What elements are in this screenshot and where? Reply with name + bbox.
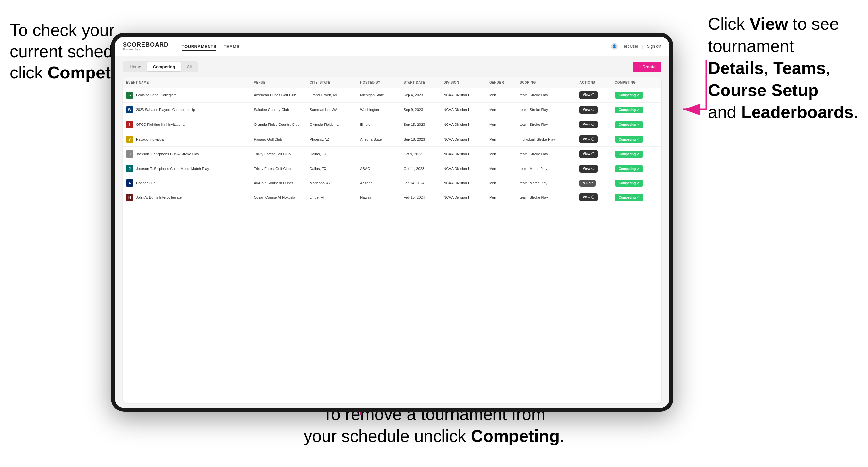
filter-tab-competing[interactable]: Competing	[147, 62, 181, 71]
scoring-cell: team, Stroke Play	[516, 147, 576, 161]
team-logo: J	[126, 150, 133, 157]
team-logo: I	[126, 121, 133, 128]
scoring-cell: team, Match Play	[516, 176, 576, 190]
city-state-cell: Sammamish, WA	[307, 103, 357, 117]
gender-cell: Men	[486, 190, 516, 205]
start-date-cell: Oct 9, 2023	[400, 147, 440, 161]
nav-tournaments[interactable]: TOURNAMENTS	[182, 43, 216, 51]
filter-tab-home[interactable]: Home	[124, 62, 147, 71]
actions-cell: View ⓘ	[576, 161, 612, 176]
table-row: J Jackson T. Stephens Cup – Men's Match …	[123, 161, 661, 176]
view-button[interactable]: View ⓘ	[580, 135, 597, 143]
competing-button[interactable]: Competing ✓	[615, 151, 643, 157]
annotation-tr-bold1: View	[750, 14, 788, 33]
create-button[interactable]: + Create	[633, 62, 661, 72]
division-cell: NCAA Division I	[440, 176, 486, 190]
division-cell: NCAA Division I	[440, 161, 486, 176]
venue-cell: Olympia Fields Country Club	[250, 117, 306, 132]
event-name-cell: A Copper Cup	[123, 176, 250, 190]
competing-button[interactable]: Competing ✓	[615, 180, 643, 187]
hosted-by-cell: ABAC	[357, 161, 400, 176]
col-competing: Competing	[612, 77, 661, 88]
competing-button[interactable]: Competing ✓	[615, 165, 643, 172]
actions-cell: ✎ Edit	[576, 176, 612, 190]
app-logo: SCOREBOARD Powered by clipp	[123, 42, 168, 51]
scoring-cell: team, Stroke Play	[516, 190, 576, 205]
table-row: J Jackson T. Stephens Cup – Stroke Play …	[123, 147, 661, 161]
competing-cell: Competing ✓	[612, 117, 661, 132]
annotation-bottom-punct: .	[559, 427, 564, 445]
team-logo: A	[126, 179, 133, 187]
annotation-top-right: Click View to see tournament Details, Te…	[708, 13, 858, 124]
col-hosted-by: Hosted By	[357, 77, 400, 88]
tablet-screen: SCOREBOARD Powered by clipp TOURNAMENTS …	[115, 37, 669, 408]
start-date-cell: Sep 9, 2023	[400, 103, 440, 117]
scoring-cell: team, Stroke Play	[516, 88, 576, 103]
start-date-cell: Jan 14, 2024	[400, 176, 440, 190]
annotation-tr-comma2: ,	[826, 59, 830, 77]
tablet-device: SCOREBOARD Powered by clipp TOURNAMENTS …	[111, 33, 673, 412]
venue-cell: Papago Golf Club	[250, 132, 306, 147]
col-venue: Venue	[250, 77, 306, 88]
competing-cell: Competing ✓	[612, 147, 661, 161]
scoring-cell: individual, Stroke Play	[516, 132, 576, 147]
annotation-line3: click	[10, 63, 48, 82]
venue-cell: Trinity Forest Golf Club	[250, 161, 306, 176]
competing-cell: Competing ✓	[612, 190, 661, 205]
col-scoring: Scoring	[516, 77, 576, 88]
col-actions: Actions	[576, 77, 612, 88]
filter-tab-all[interactable]: All	[181, 62, 197, 71]
sign-out-link[interactable]: Sign out	[647, 44, 661, 49]
logo-subtitle: Powered by clipp	[123, 48, 168, 51]
gender-cell: Men	[486, 88, 516, 103]
competing-button[interactable]: Competing ✓	[615, 136, 643, 143]
division-cell: NCAA Division I	[440, 103, 486, 117]
table-row: Y Papago Individual Papago Golf ClubPhoe…	[123, 132, 661, 147]
table-header-row: Event Name Venue City, State Hosted By S…	[123, 77, 661, 88]
view-button[interactable]: View ⓘ	[580, 193, 597, 201]
competing-button[interactable]: Competing ✓	[615, 194, 643, 201]
main-nav: TOURNAMENTS TEAMS	[182, 43, 240, 49]
hosted-by-cell	[357, 147, 400, 161]
city-state-cell: Maricopa, AZ	[307, 176, 357, 190]
nav-teams[interactable]: TEAMS	[224, 43, 240, 50]
view-button[interactable]: View ⓘ	[580, 121, 597, 128]
col-division: Division	[440, 77, 486, 88]
team-logo: S	[126, 92, 133, 99]
annotation-tr-3: tournament	[708, 37, 794, 56]
annotation-tr-bold4: Course Setup	[708, 81, 818, 100]
annotation-tr-comma1: ,	[764, 59, 773, 77]
actions-cell: View ⓘ	[576, 190, 612, 205]
gender-cell: Men	[486, 161, 516, 176]
col-city-state: City, State	[307, 77, 357, 88]
event-name-cell: J Jackson T. Stephens Cup – Stroke Play	[123, 147, 250, 161]
venue-cell: Trinity Forest Golf Club	[250, 147, 306, 161]
actions-cell: View ⓘ	[576, 117, 612, 132]
view-button[interactable]: View ⓘ	[580, 165, 597, 173]
annotation-line1: To check your	[10, 21, 115, 39]
table-row: H John A. Burns Intercollegiate Ocean Co…	[123, 190, 661, 205]
event-name: OFCC Fighting Illini Invitational	[136, 123, 185, 126]
user-label: Test User	[622, 44, 638, 49]
view-button[interactable]: View ⓘ	[580, 150, 597, 158]
competing-button[interactable]: Competing ✓	[615, 106, 643, 114]
competing-button[interactable]: Competing ✓	[615, 121, 643, 128]
actions-cell: View ⓘ	[576, 132, 612, 147]
competing-button[interactable]: Competing ✓	[615, 92, 643, 99]
edit-button[interactable]: ✎ Edit	[580, 180, 596, 187]
annotation-tr-bold2: Details	[708, 59, 764, 77]
event-name: John A. Burns Intercollegiate	[136, 195, 182, 199]
annotation-bottom-bold: Competing	[471, 427, 560, 445]
header-right: 👤 Test User | Sign out	[611, 43, 661, 50]
filter-tabs: Home Competing All	[123, 61, 198, 72]
header-divider: |	[642, 44, 643, 49]
team-logo: H	[126, 194, 133, 201]
tournaments-table-container: Event Name Venue City, State Hosted By S…	[123, 77, 661, 403]
view-button[interactable]: View ⓘ	[580, 106, 597, 114]
event-name-cell: J Jackson T. Stephens Cup – Men's Match …	[123, 161, 250, 176]
city-state-cell: Olympia Fields, IL	[307, 117, 357, 132]
start-date-cell: Sep 18, 2023	[400, 132, 440, 147]
view-button[interactable]: View ⓘ	[580, 91, 597, 99]
actions-cell: View ⓘ	[576, 103, 612, 117]
col-gender: Gender	[486, 77, 516, 88]
